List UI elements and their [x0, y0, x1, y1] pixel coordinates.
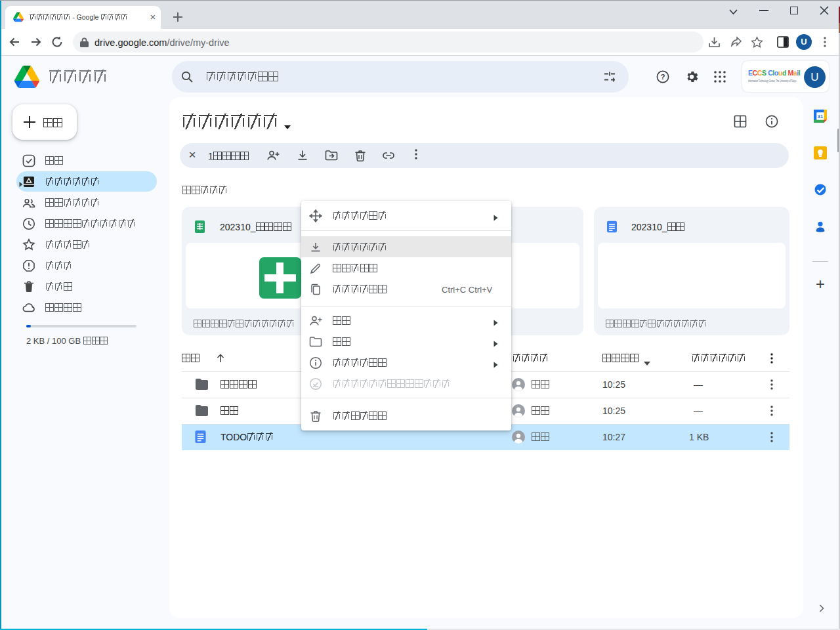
svg-text:?: ?	[660, 73, 665, 81]
svg-text:31: 31	[818, 114, 823, 119]
